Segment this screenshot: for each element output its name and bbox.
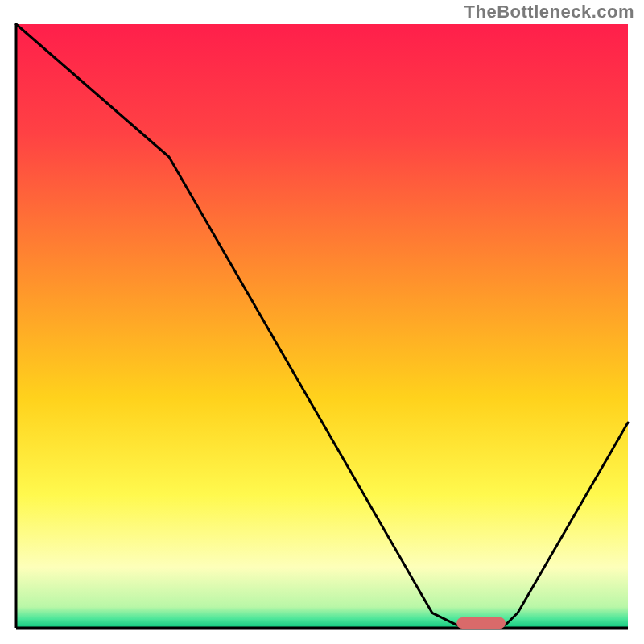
chart-container: TheBottleneck.com	[0, 0, 644, 644]
watermark-label: TheBottleneck.com	[464, 2, 634, 23]
bottleneck-chart	[0, 0, 644, 644]
sweet-spot-marker	[456, 617, 506, 629]
gradient-background	[16, 24, 628, 628]
